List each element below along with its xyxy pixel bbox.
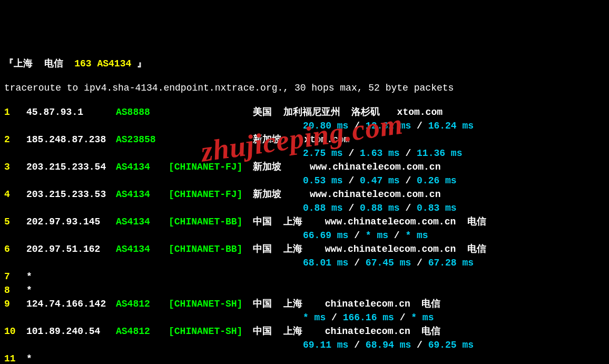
- hop-tag: [CHINANET-SH]: [169, 324, 253, 338]
- timing-1: 69.11 ms: [303, 340, 348, 350]
- timing-2: 68.94 ms: [366, 340, 411, 350]
- hop-asn: AS23858: [116, 133, 169, 146]
- hop-number: 4: [4, 188, 26, 201]
- timing-1: 2.75 ms: [303, 148, 343, 159]
- hop-ip: 203.215.233.53: [26, 188, 116, 201]
- hop-asn: AS4134: [116, 188, 169, 201]
- hop-ip: *: [26, 270, 116, 283]
- timing-3: 67.28 ms: [428, 258, 474, 268]
- hop-asn: AS4134: [116, 215, 169, 229]
- hop-timing-row: 0.53 ms / 0.47 ms / 0.26 ms: [4, 174, 605, 188]
- hop-asn: AS4812: [116, 324, 169, 338]
- hop-location: 新加坡 xtom.com: [253, 134, 350, 145]
- header-line: 『上海 电信 163 AS4134 』: [4, 57, 605, 71]
- timing-3: 16.24 ms: [428, 121, 474, 131]
- bracket-open: 『: [4, 58, 14, 69]
- hop-number: 7: [4, 270, 26, 283]
- timing-3: * ms: [405, 230, 428, 241]
- hop-location: 新加坡 www.chinatelecom.com.cn: [253, 189, 440, 200]
- hop-timing-row: 68.01 ms / 67.45 ms / 67.28 ms: [4, 256, 605, 270]
- hop-asn: AS8888: [116, 105, 169, 119]
- hop-row: 5202.97.93.145AS4134[CHINANET-BB]中国 上海 w…: [4, 215, 605, 229]
- hop-number: 2: [4, 133, 26, 146]
- hop-ip: 101.89.240.54: [26, 324, 116, 338]
- timing-1: * ms: [303, 312, 326, 323]
- timing-2: * ms: [366, 230, 388, 241]
- separator: /: [343, 203, 360, 213]
- hop-row: 9124.74.166.142AS4812[CHINANET-SH]中国 上海 …: [4, 297, 605, 311]
- timing-2: 1.63 ms: [360, 148, 400, 159]
- separator: /: [394, 312, 411, 323]
- separator: /: [348, 121, 365, 131]
- hop-row: 8*: [4, 283, 605, 297]
- hop-timing-row: 69.11 ms / 68.94 ms / 69.25 ms: [4, 338, 605, 352]
- hops-list: 145.87.93.1AS8888美国 加利福尼亚州 洛杉矶 xtom.com2…: [4, 105, 605, 364]
- timing-3: 69.25 ms: [428, 340, 474, 350]
- hop-asn: AS4134: [116, 160, 169, 174]
- header-location: 上海 电信: [14, 58, 74, 69]
- hop-location: 中国 上海 chinatelecom.cn 电信: [253, 299, 440, 309]
- hop-number: 8: [4, 283, 26, 297]
- hop-row: 11*: [4, 352, 605, 364]
- hop-row: 145.87.93.1AS8888美国 加利福尼亚州 洛杉矶 xtom.com: [4, 105, 605, 119]
- separator: /: [411, 340, 428, 350]
- hop-asn: AS4812: [116, 297, 169, 311]
- bracket-close: 』: [131, 58, 146, 69]
- separator: /: [400, 148, 417, 159]
- hop-ip: *: [26, 352, 116, 364]
- hop-location: 新加坡 www.chinatelecom.com.cn: [253, 162, 440, 172]
- hop-location: 中国 上海 www.chinatelecom.com.cn 电信: [253, 217, 486, 227]
- separator: /: [411, 258, 428, 268]
- timing-2: 67.45 ms: [366, 258, 411, 268]
- hop-row: 2185.248.87.238AS23858新加坡 xtom.com: [4, 133, 605, 146]
- separator: /: [326, 312, 342, 323]
- hop-timing-row: 0.88 ms / 0.88 ms / 0.83 ms: [4, 201, 605, 215]
- hop-ip: *: [26, 283, 116, 297]
- hop-ip: 202.97.51.162: [26, 242, 116, 256]
- separator: /: [348, 258, 365, 268]
- hop-row: 10101.89.240.54AS4812[CHINANET-SH]中国 上海 …: [4, 324, 605, 338]
- hop-tag: [CHINANET-SH]: [169, 297, 253, 311]
- separator: /: [400, 175, 417, 186]
- hop-tag: [CHINANET-BB]: [169, 215, 253, 229]
- timing-3: * ms: [411, 312, 434, 323]
- timing-2: 12.31 ms: [366, 121, 411, 131]
- separator: /: [348, 230, 365, 241]
- hop-timing-row: 20.80 ms / 12.31 ms / 16.24 ms: [4, 119, 605, 133]
- separator: /: [411, 121, 428, 131]
- timing-2: 0.47 ms: [360, 175, 400, 186]
- hop-number: 9: [4, 297, 26, 311]
- timing-3: 11.36 ms: [417, 148, 462, 159]
- timing-1: 68.01 ms: [303, 258, 348, 268]
- hop-ip: 45.87.93.1: [26, 105, 116, 119]
- separator: /: [343, 148, 360, 159]
- hop-location: 中国 上海 www.chinatelecom.com.cn 电信: [253, 244, 486, 254]
- timing-2: 166.16 ms: [343, 312, 394, 323]
- hop-row: 7*: [4, 270, 605, 283]
- hop-number: 6: [4, 242, 26, 256]
- timing-3: 0.83 ms: [417, 203, 457, 213]
- header-asn: 163 AS4134: [74, 58, 131, 69]
- timing-2: 0.88 ms: [360, 203, 400, 213]
- hop-location: 美国 加利福尼亚州 洛杉矶 xtom.com: [253, 107, 443, 117]
- timing-1: 0.53 ms: [303, 175, 343, 186]
- hop-timing-row: 2.75 ms / 1.63 ms / 11.36 ms: [4, 146, 605, 160]
- separator: /: [348, 340, 365, 350]
- hop-tag: [CHINANET-BB]: [169, 242, 253, 256]
- hop-ip: 185.248.87.238: [26, 133, 116, 146]
- hop-tag: [CHINANET-FJ]: [169, 188, 253, 201]
- timing-1: 0.88 ms: [303, 203, 343, 213]
- hop-number: 1: [4, 105, 26, 119]
- separator: /: [343, 175, 360, 186]
- separator: /: [400, 203, 417, 213]
- hop-location: 中国 上海 chinatelecom.cn 电信: [253, 326, 440, 337]
- timing-3: 0.26 ms: [417, 175, 457, 186]
- hop-row: 3203.215.233.54AS4134[CHINANET-FJ]新加坡 ww…: [4, 160, 605, 174]
- hop-timing-row: 66.69 ms / * ms / * ms: [4, 229, 605, 242]
- hop-number: 5: [4, 215, 26, 229]
- hop-number: 3: [4, 160, 26, 174]
- hop-ip: 202.97.93.145: [26, 215, 116, 229]
- separator: /: [388, 230, 405, 241]
- hop-tag: [CHINANET-FJ]: [169, 160, 253, 174]
- hop-number: 10: [4, 324, 26, 338]
